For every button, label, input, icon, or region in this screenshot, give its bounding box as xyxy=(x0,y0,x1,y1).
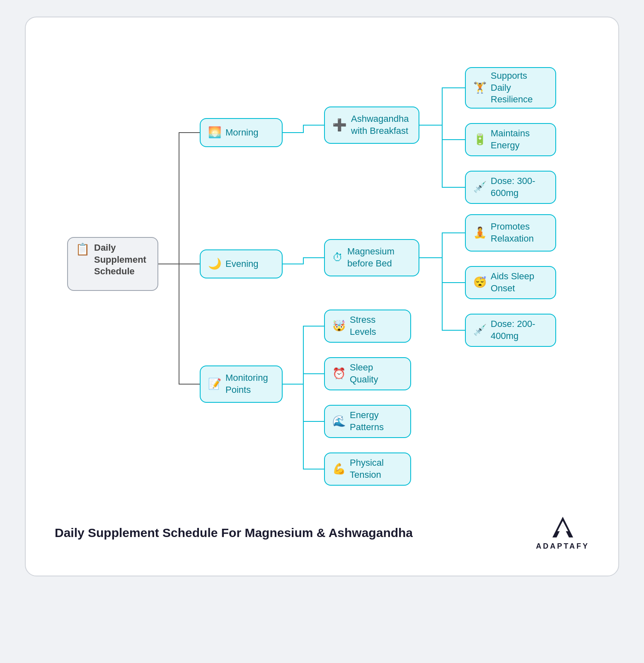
node-monitoring: 📝 Monitoring Points xyxy=(200,365,283,403)
node-aids-sleep: 😴 Aids Sleep Onset xyxy=(465,266,556,299)
dose-mag-icon: 💉 xyxy=(473,323,487,337)
node-dose-magnesium: 💉 Dose: 200- 400mg xyxy=(465,314,556,347)
brand-logo-icon xyxy=(548,515,577,540)
morning-label: Morning xyxy=(225,127,258,139)
node-root: 📋 Daily Supplement Schedule xyxy=(67,237,158,291)
aids-label: Aids Sleep Onset xyxy=(491,271,534,294)
dose-mag-label: Dose: 200- 400mg xyxy=(491,318,535,342)
dose-ash-label: Dose: 300- 600mg xyxy=(491,175,535,199)
maintains-icon: 🔋 xyxy=(473,133,487,147)
footer: Daily Supplement Schedule For Magnesium … xyxy=(51,515,593,551)
energy-patterns-label: Energy Patterns xyxy=(350,409,384,433)
brand-section: ADAPTAFY xyxy=(536,515,589,551)
root-icon: 📋 xyxy=(75,242,90,257)
diagram-area: 📋 Daily Supplement Schedule 🌅 Morning 🌙 … xyxy=(51,42,593,498)
supports-label: Supports Daily Resilience xyxy=(491,70,533,106)
node-supports-resilience: 🏋 Supports Daily Resilience xyxy=(465,67,556,109)
node-promotes-relaxation: 🧘 Promotes Relaxation xyxy=(465,214,556,252)
magnesium-icon: ⏱ xyxy=(332,251,343,265)
evening-label: Evening xyxy=(225,258,259,270)
node-magnesium: ⏱ Magnesium before Bed xyxy=(324,239,419,276)
node-dose-ashwagandha: 💉 Dose: 300- 600mg xyxy=(465,171,556,204)
promotes-icon: 🧘 xyxy=(473,226,487,240)
physical-tension-label: Physical Tension xyxy=(350,457,384,481)
promotes-label: Promotes Relaxation xyxy=(491,221,534,244)
sleep-quality-icon: ⏰ xyxy=(332,367,346,381)
root-label: Daily Supplement Schedule xyxy=(94,242,146,278)
maintains-label: Maintains Energy xyxy=(491,128,530,151)
ashwa-icon: ➕ xyxy=(332,118,347,133)
stress-label: Stress Levels xyxy=(350,314,376,338)
morning-icon: 🌅 xyxy=(208,126,221,140)
node-stress: 🤯 Stress Levels xyxy=(324,310,411,343)
dose-ash-icon: 💉 xyxy=(473,180,487,194)
stress-icon: 🤯 xyxy=(332,319,346,333)
ashwa-label: Ashwagandha with Breakfast xyxy=(351,113,409,137)
node-energy-patterns: 🌊 Energy Patterns xyxy=(324,405,411,438)
main-card: 📋 Daily Supplement Schedule 🌅 Morning 🌙 … xyxy=(25,17,619,576)
supports-icon: 🏋 xyxy=(473,81,487,95)
monitoring-label: Monitoring Points xyxy=(225,372,268,396)
magnesium-label: Magnesium before Bed xyxy=(347,246,395,269)
physical-tension-icon: 💪 xyxy=(332,462,346,476)
aids-icon: 😴 xyxy=(473,276,487,290)
evening-icon: 🌙 xyxy=(208,257,221,271)
brand-name: ADAPTAFY xyxy=(536,542,589,551)
footer-title: Daily Supplement Schedule For Magnesium … xyxy=(55,524,413,542)
node-physical-tension: 💪 Physical Tension xyxy=(324,452,411,486)
node-maintains-energy: 🔋 Maintains Energy xyxy=(465,123,556,156)
node-morning: 🌅 Morning xyxy=(200,118,283,147)
node-evening: 🌙 Evening xyxy=(200,249,283,278)
energy-patterns-icon: 🌊 xyxy=(332,414,346,428)
sleep-quality-label: Sleep Quality xyxy=(350,362,403,385)
node-ashwagandha: ➕ Ashwagandha with Breakfast xyxy=(324,106,419,144)
monitoring-icon: 📝 xyxy=(208,377,221,391)
node-sleep-quality: ⏰ Sleep Quality xyxy=(324,357,411,390)
